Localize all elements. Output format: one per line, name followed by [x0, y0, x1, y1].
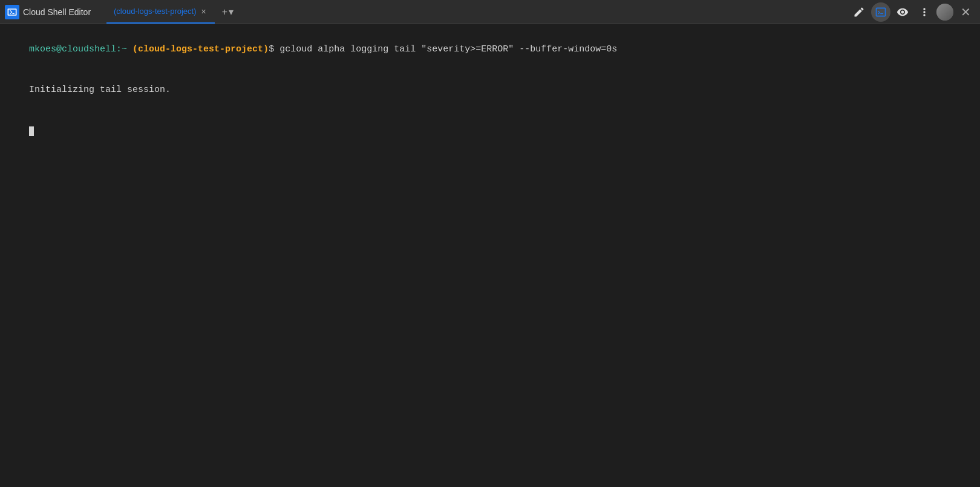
avatar-image — [936, 4, 953, 21]
prompt-dollar: $ — [269, 44, 274, 54]
preview-icon — [897, 6, 909, 18]
prompt-tilde: ~ — [122, 44, 127, 54]
terminal-icon — [875, 6, 887, 18]
cloud-shell-icon — [5, 5, 19, 19]
terminal-output-line1: Initializing tail session. — [7, 70, 973, 111]
close-window-button[interactable]: ✕ — [956, 2, 975, 22]
top-bar: Cloud Shell Editor (cloud-logs-test-proj… — [0, 0, 980, 24]
app-logo: Cloud Shell Editor — [5, 5, 102, 19]
prompt-project: (cloud-logs-test-project) — [132, 44, 269, 54]
kebab-menu-icon — [918, 6, 930, 18]
app-title-text: Cloud Shell Editor — [23, 7, 91, 17]
edit-button[interactable] — [849, 2, 869, 22]
new-tab-button[interactable]: + ▾ — [217, 4, 238, 20]
more-menu-button[interactable] — [915, 2, 934, 22]
dropdown-arrow: ▾ — [229, 6, 234, 18]
terminal-button[interactable] — [871, 2, 890, 22]
terminal-logo-svg — [6, 6, 18, 18]
terminal-command-line: mkoes@cloudshell:~ (cloud-logs-test-proj… — [7, 29, 973, 70]
tab-label: (cloud-logs-test-project) — [114, 7, 197, 16]
active-tab[interactable]: (cloud-logs-test-project) × — [106, 0, 215, 24]
terminal-cursor-line — [7, 111, 973, 152]
terminal-cursor — [29, 126, 34, 136]
tab-close-button[interactable]: × — [200, 6, 207, 17]
output-text-1: Initializing tail session. — [29, 85, 171, 95]
terminal-area[interactable]: mkoes@cloudshell:~ (cloud-logs-test-proj… — [0, 24, 980, 465]
close-icon: ✕ — [961, 5, 971, 19]
prompt-user: mkoes@cloudshell: — [29, 44, 122, 54]
preview-button[interactable] — [893, 2, 912, 22]
pencil-icon — [853, 6, 865, 18]
command-text: gcloud alpha logging tail "severity>=ERR… — [274, 44, 617, 54]
tabs-container: (cloud-logs-test-project) × + ▾ — [106, 0, 844, 24]
toolbar-right: ✕ — [849, 2, 975, 22]
user-avatar[interactable] — [936, 4, 953, 21]
add-icon: + — [222, 7, 227, 18]
